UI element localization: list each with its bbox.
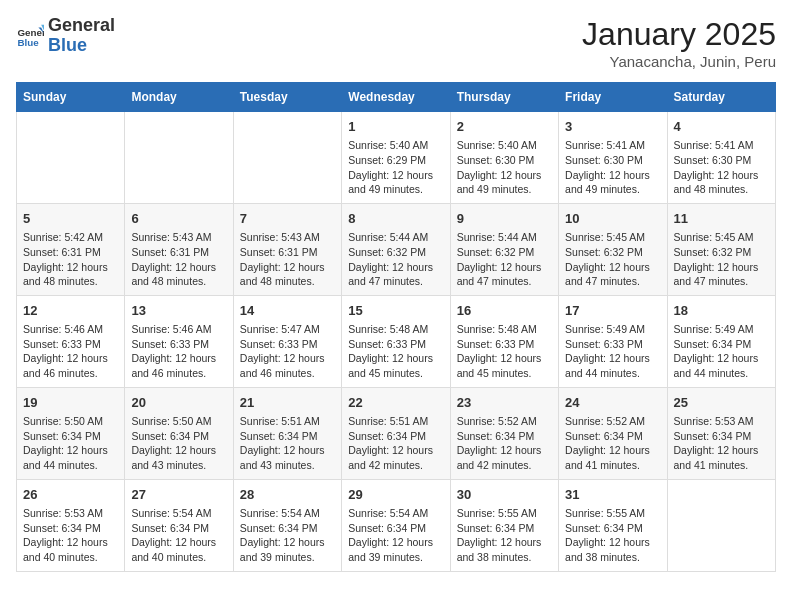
day-info: Sunrise: 5:48 AMSunset: 6:33 PMDaylight:… bbox=[457, 322, 552, 381]
day-info: Sunrise: 5:44 AMSunset: 6:32 PMDaylight:… bbox=[348, 230, 443, 289]
day-info: Sunrise: 5:41 AMSunset: 6:30 PMDaylight:… bbox=[674, 138, 769, 197]
day-cell-14: 14Sunrise: 5:47 AMSunset: 6:33 PMDayligh… bbox=[233, 295, 341, 387]
header-friday: Friday bbox=[559, 83, 667, 112]
header-sunday: Sunday bbox=[17, 83, 125, 112]
day-number: 19 bbox=[23, 394, 118, 412]
day-info: Sunrise: 5:55 AMSunset: 6:34 PMDaylight:… bbox=[457, 506, 552, 565]
logo: General Blue General Blue bbox=[16, 16, 115, 56]
header-thursday: Thursday bbox=[450, 83, 558, 112]
day-cell-12: 12Sunrise: 5:46 AMSunset: 6:33 PMDayligh… bbox=[17, 295, 125, 387]
header-tuesday: Tuesday bbox=[233, 83, 341, 112]
day-number: 5 bbox=[23, 210, 118, 228]
logo-blue-text: Blue bbox=[48, 36, 115, 56]
day-number: 17 bbox=[565, 302, 660, 320]
day-number: 27 bbox=[131, 486, 226, 504]
day-number: 12 bbox=[23, 302, 118, 320]
day-info: Sunrise: 5:54 AMSunset: 6:34 PMDaylight:… bbox=[240, 506, 335, 565]
day-number: 11 bbox=[674, 210, 769, 228]
day-number: 31 bbox=[565, 486, 660, 504]
day-info: Sunrise: 5:44 AMSunset: 6:32 PMDaylight:… bbox=[457, 230, 552, 289]
day-cell-5: 5Sunrise: 5:42 AMSunset: 6:31 PMDaylight… bbox=[17, 203, 125, 295]
day-info: Sunrise: 5:41 AMSunset: 6:30 PMDaylight:… bbox=[565, 138, 660, 197]
day-info: Sunrise: 5:55 AMSunset: 6:34 PMDaylight:… bbox=[565, 506, 660, 565]
day-number: 6 bbox=[131, 210, 226, 228]
day-cell-2: 2Sunrise: 5:40 AMSunset: 6:30 PMDaylight… bbox=[450, 112, 558, 204]
day-number: 14 bbox=[240, 302, 335, 320]
empty-cell bbox=[667, 479, 775, 571]
logo-icon: General Blue bbox=[16, 22, 44, 50]
day-info: Sunrise: 5:51 AMSunset: 6:34 PMDaylight:… bbox=[348, 414, 443, 473]
day-cell-29: 29Sunrise: 5:54 AMSunset: 6:34 PMDayligh… bbox=[342, 479, 450, 571]
day-cell-28: 28Sunrise: 5:54 AMSunset: 6:34 PMDayligh… bbox=[233, 479, 341, 571]
day-info: Sunrise: 5:49 AMSunset: 6:33 PMDaylight:… bbox=[565, 322, 660, 381]
day-cell-30: 30Sunrise: 5:55 AMSunset: 6:34 PMDayligh… bbox=[450, 479, 558, 571]
day-number: 1 bbox=[348, 118, 443, 136]
day-info: Sunrise: 5:52 AMSunset: 6:34 PMDaylight:… bbox=[565, 414, 660, 473]
week-row-3: 12Sunrise: 5:46 AMSunset: 6:33 PMDayligh… bbox=[17, 295, 776, 387]
empty-cell bbox=[17, 112, 125, 204]
day-number: 9 bbox=[457, 210, 552, 228]
week-row-1: 1Sunrise: 5:40 AMSunset: 6:29 PMDaylight… bbox=[17, 112, 776, 204]
svg-text:Blue: Blue bbox=[17, 37, 39, 48]
day-info: Sunrise: 5:51 AMSunset: 6:34 PMDaylight:… bbox=[240, 414, 335, 473]
day-number: 28 bbox=[240, 486, 335, 504]
day-info: Sunrise: 5:50 AMSunset: 6:34 PMDaylight:… bbox=[23, 414, 118, 473]
day-cell-4: 4Sunrise: 5:41 AMSunset: 6:30 PMDaylight… bbox=[667, 112, 775, 204]
day-number: 20 bbox=[131, 394, 226, 412]
day-cell-22: 22Sunrise: 5:51 AMSunset: 6:34 PMDayligh… bbox=[342, 387, 450, 479]
calendar-header-row: SundayMondayTuesdayWednesdayThursdayFrid… bbox=[17, 83, 776, 112]
day-cell-27: 27Sunrise: 5:54 AMSunset: 6:34 PMDayligh… bbox=[125, 479, 233, 571]
day-info: Sunrise: 5:49 AMSunset: 6:34 PMDaylight:… bbox=[674, 322, 769, 381]
day-cell-21: 21Sunrise: 5:51 AMSunset: 6:34 PMDayligh… bbox=[233, 387, 341, 479]
day-number: 4 bbox=[674, 118, 769, 136]
empty-cell bbox=[233, 112, 341, 204]
day-number: 26 bbox=[23, 486, 118, 504]
day-number: 25 bbox=[674, 394, 769, 412]
day-info: Sunrise: 5:40 AMSunset: 6:29 PMDaylight:… bbox=[348, 138, 443, 197]
day-cell-11: 11Sunrise: 5:45 AMSunset: 6:32 PMDayligh… bbox=[667, 203, 775, 295]
day-number: 18 bbox=[674, 302, 769, 320]
calendar-subtitle: Yanacancha, Junin, Peru bbox=[582, 53, 776, 70]
day-number: 8 bbox=[348, 210, 443, 228]
day-info: Sunrise: 5:43 AMSunset: 6:31 PMDaylight:… bbox=[240, 230, 335, 289]
day-cell-17: 17Sunrise: 5:49 AMSunset: 6:33 PMDayligh… bbox=[559, 295, 667, 387]
day-info: Sunrise: 5:42 AMSunset: 6:31 PMDaylight:… bbox=[23, 230, 118, 289]
day-info: Sunrise: 5:43 AMSunset: 6:31 PMDaylight:… bbox=[131, 230, 226, 289]
page-header: General Blue General Blue January 2025 Y… bbox=[16, 16, 776, 70]
day-cell-7: 7Sunrise: 5:43 AMSunset: 6:31 PMDaylight… bbox=[233, 203, 341, 295]
day-info: Sunrise: 5:54 AMSunset: 6:34 PMDaylight:… bbox=[131, 506, 226, 565]
day-info: Sunrise: 5:47 AMSunset: 6:33 PMDaylight:… bbox=[240, 322, 335, 381]
header-saturday: Saturday bbox=[667, 83, 775, 112]
day-cell-10: 10Sunrise: 5:45 AMSunset: 6:32 PMDayligh… bbox=[559, 203, 667, 295]
day-cell-18: 18Sunrise: 5:49 AMSunset: 6:34 PMDayligh… bbox=[667, 295, 775, 387]
header-wednesday: Wednesday bbox=[342, 83, 450, 112]
day-info: Sunrise: 5:50 AMSunset: 6:34 PMDaylight:… bbox=[131, 414, 226, 473]
calendar-table: SundayMondayTuesdayWednesdayThursdayFrid… bbox=[16, 82, 776, 572]
day-number: 21 bbox=[240, 394, 335, 412]
week-row-5: 26Sunrise: 5:53 AMSunset: 6:34 PMDayligh… bbox=[17, 479, 776, 571]
day-info: Sunrise: 5:53 AMSunset: 6:34 PMDaylight:… bbox=[674, 414, 769, 473]
day-info: Sunrise: 5:54 AMSunset: 6:34 PMDaylight:… bbox=[348, 506, 443, 565]
day-cell-15: 15Sunrise: 5:48 AMSunset: 6:33 PMDayligh… bbox=[342, 295, 450, 387]
day-cell-16: 16Sunrise: 5:48 AMSunset: 6:33 PMDayligh… bbox=[450, 295, 558, 387]
day-cell-9: 9Sunrise: 5:44 AMSunset: 6:32 PMDaylight… bbox=[450, 203, 558, 295]
week-row-2: 5Sunrise: 5:42 AMSunset: 6:31 PMDaylight… bbox=[17, 203, 776, 295]
day-number: 24 bbox=[565, 394, 660, 412]
day-info: Sunrise: 5:52 AMSunset: 6:34 PMDaylight:… bbox=[457, 414, 552, 473]
day-number: 13 bbox=[131, 302, 226, 320]
day-info: Sunrise: 5:46 AMSunset: 6:33 PMDaylight:… bbox=[23, 322, 118, 381]
day-number: 7 bbox=[240, 210, 335, 228]
day-cell-6: 6Sunrise: 5:43 AMSunset: 6:31 PMDaylight… bbox=[125, 203, 233, 295]
day-number: 29 bbox=[348, 486, 443, 504]
day-number: 2 bbox=[457, 118, 552, 136]
day-info: Sunrise: 5:48 AMSunset: 6:33 PMDaylight:… bbox=[348, 322, 443, 381]
day-cell-3: 3Sunrise: 5:41 AMSunset: 6:30 PMDaylight… bbox=[559, 112, 667, 204]
logo-general-text: General bbox=[48, 16, 115, 36]
title-block: January 2025 Yanacancha, Junin, Peru bbox=[582, 16, 776, 70]
day-info: Sunrise: 5:40 AMSunset: 6:30 PMDaylight:… bbox=[457, 138, 552, 197]
day-number: 23 bbox=[457, 394, 552, 412]
empty-cell bbox=[125, 112, 233, 204]
day-info: Sunrise: 5:46 AMSunset: 6:33 PMDaylight:… bbox=[131, 322, 226, 381]
day-cell-31: 31Sunrise: 5:55 AMSunset: 6:34 PMDayligh… bbox=[559, 479, 667, 571]
day-number: 30 bbox=[457, 486, 552, 504]
